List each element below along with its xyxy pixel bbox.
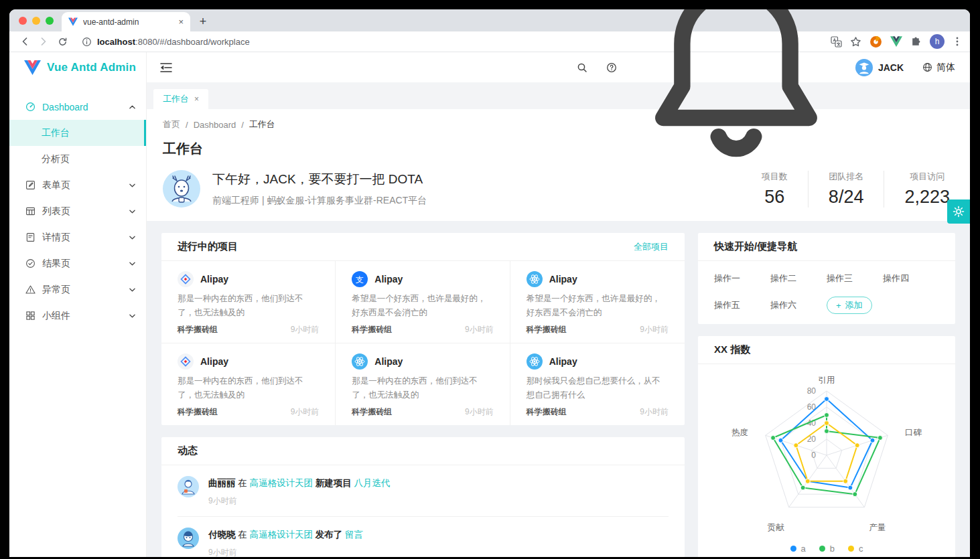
project-description: 希望是一个好东西，也许是最好的，好东西是不会消亡的: [527, 292, 669, 320]
sidebar-item-forms[interactable]: 表单页: [9, 172, 146, 198]
sidebar-item-workplace[interactable]: 工作台: [9, 120, 146, 146]
page-body: 工作台 × 首页/Dashboard/工作台 工作台 下午好，JACK，要不要打…: [147, 82, 970, 557]
activity-link[interactable]: 留言: [345, 530, 363, 540]
check-circle-icon: [25, 258, 36, 268]
breadcrumb-link[interactable]: Dashboard: [194, 120, 236, 130]
svg-text:0: 0: [811, 451, 816, 460]
app-logo[interactable]: Vue Antd Admin: [9, 52, 146, 83]
dashboard-content: 进行中的项目 全部项目 Alipay那是一种内在的东西，他们到达不了，也无法触及…: [147, 221, 970, 557]
help-icon[interactable]: [606, 62, 617, 73]
username: JACK: [878, 62, 904, 73]
alipay-logo-icon: 支: [352, 271, 368, 287]
activity-link[interactable]: 八月迭代: [354, 478, 391, 488]
svg-text:口碑: 口碑: [905, 428, 922, 437]
add-button-label: 添加: [845, 299, 863, 311]
project-card[interactable]: Alipay那是一种内在的东西，他们到达不了，也无法触及的科学搬砖组9小时前: [336, 343, 510, 425]
screenshot-stage: vue-antd-admin × + localhost:8080/#/dash…: [0, 0, 980, 559]
project-group[interactable]: 科学搬砖组: [527, 406, 567, 418]
menu-fold-icon[interactable]: [160, 62, 172, 73]
settings-fab-button[interactable]: [947, 199, 970, 224]
new-tab-button[interactable]: +: [194, 13, 212, 30]
legend-item-b[interactable]: b: [819, 544, 835, 554]
forward-button[interactable]: [35, 33, 52, 50]
plus-icon: +: [836, 301, 841, 311]
back-button[interactable]: [16, 33, 33, 50]
quick-nav-card: 快速开始/便捷导航 操作一操作二操作三操作四操作五操作六+添加: [698, 233, 955, 324]
activity-item[interactable]: 曲丽丽 在 高逼格设计天团 新建项目 八月迭代9小时前: [178, 465, 669, 517]
url-host: localhost: [97, 37, 135, 47]
app-shell: Vue Antd Admin Dashboard工作台分析页表单页列表页详情页结…: [9, 52, 970, 557]
radar-chart-svg: 020406080引用口碑产量贡献热度: [699, 368, 955, 541]
svg-text:引用: 引用: [819, 376, 835, 385]
project-description: 希望是一个好东西，也许是最好的，好东西是不会消亡的: [352, 292, 493, 320]
breadcrumb-separator: /: [241, 120, 244, 130]
caret-down-icon: [129, 314, 135, 318]
site-info-icon[interactable]: [82, 37, 92, 47]
project-card[interactable]: Alipay希望是一个好东西，也许是最好的，好东西是不会消亡的科学搬砖组9小时前: [510, 261, 685, 343]
search-icon[interactable]: [577, 62, 587, 73]
window-minimize-button[interactable]: [32, 17, 40, 25]
project-name: Alipay: [200, 356, 228, 367]
activity-link[interactable]: 高逼格设计天团: [250, 478, 313, 488]
back-icon: [19, 36, 30, 47]
activity-card-title: 动态: [178, 445, 198, 457]
breadcrumb-link[interactable]: 首页: [163, 118, 180, 131]
project-name: Alipay: [374, 356, 403, 367]
react-logo-icon: [527, 271, 543, 287]
sidebar-item-label: 异常页: [42, 284, 70, 296]
project-group[interactable]: 科学搬砖组: [527, 324, 567, 335]
project-card[interactable]: Alipay那是一种内在的东西，他们到达不了，也无法触及的科学搬砖组9小时前: [161, 343, 336, 425]
add-quick-link-button[interactable]: +添加: [827, 297, 872, 314]
all-projects-link[interactable]: 全部项目: [634, 241, 669, 253]
forward-icon: [38, 36, 49, 47]
activity-time: 9小时前: [208, 495, 391, 507]
quick-link[interactable]: 操作一: [714, 272, 770, 285]
legend-label: a: [801, 544, 806, 554]
quick-link[interactable]: 操作五: [714, 299, 770, 311]
sidebar-item-list[interactable]: 列表页: [9, 198, 146, 224]
project-description: 那是一种内在的东西，他们到达不了，也无法触及的: [352, 374, 493, 402]
stat-value: 2,223: [904, 187, 950, 208]
activity-item[interactable]: 付晓晓 在 高逼格设计天团 发布了 留言9小时前: [178, 517, 669, 557]
page-tab-close-icon[interactable]: ×: [194, 94, 199, 104]
sidebar-item-details[interactable]: 详情页: [9, 224, 146, 250]
project-updated-time: 9小时前: [465, 406, 494, 418]
traffic-lights: [16, 17, 62, 25]
quick-link[interactable]: 操作六: [770, 299, 827, 311]
sidebar-item-exception[interactable]: 异常页: [9, 276, 146, 303]
caret-down-icon: [129, 210, 135, 214]
tab-close-icon[interactable]: ×: [178, 17, 184, 27]
activity-text-part: 在: [236, 478, 250, 488]
language-switcher[interactable]: 简体: [922, 62, 955, 74]
project-card[interactable]: Alipay那是一种内在的东西，他们到达不了，也无法触及的科学搬砖组9小时前: [161, 261, 336, 343]
legend-item-a[interactable]: a: [790, 544, 806, 554]
legend-item-c[interactable]: c: [848, 544, 863, 554]
user-menu[interactable]: JACK: [855, 59, 904, 76]
legend-dot: [848, 546, 854, 552]
stat-label: 团队排名: [829, 171, 864, 183]
activity-link[interactable]: 高逼格设计天团: [250, 530, 313, 540]
window-zoom-button[interactable]: [46, 17, 54, 25]
project-card[interactable]: 支Alipay希望是一个好东西，也许是最好的，好东西是不会消亡的科学搬砖组9小时…: [336, 261, 510, 343]
project-group[interactable]: 科学搬砖组: [178, 406, 218, 418]
reload-button[interactable]: [54, 33, 71, 50]
svg-text:贡献: 贡献: [768, 523, 785, 532]
page-tab-workplace[interactable]: 工作台 ×: [153, 89, 208, 109]
project-group[interactable]: 科学搬砖组: [178, 324, 218, 335]
project-group[interactable]: 科学搬砖组: [352, 406, 392, 418]
browser-tab[interactable]: vue-antd-admin ×: [62, 12, 190, 31]
sidebar-item-widgets[interactable]: 小组件: [9, 303, 146, 329]
project-group[interactable]: 科学搬砖组: [352, 324, 392, 335]
quick-link[interactable]: 操作四: [883, 272, 939, 285]
greeting-text: 下午好，JACK，要不要打一把 DOTA: [212, 171, 427, 188]
window-close-button[interactable]: [19, 17, 27, 25]
svg-text:产量: 产量: [869, 523, 886, 532]
sidebar-item-dashboard[interactable]: Dashboard: [9, 94, 146, 120]
quick-link[interactable]: 操作三: [827, 272, 883, 285]
sidebar-item-results[interactable]: 结果页: [9, 250, 146, 276]
notification-bell[interactable]: 12: [636, 9, 837, 168]
project-card[interactable]: Alipay那时候我只会想自己想要什么，从不想自己拥有什么科学搬砖组9小时前: [510, 343, 685, 425]
sidebar-item-analysis[interactable]: 分析页: [9, 146, 146, 172]
quick-link[interactable]: 操作二: [770, 272, 827, 285]
stat-item: 项目数56: [742, 171, 809, 208]
